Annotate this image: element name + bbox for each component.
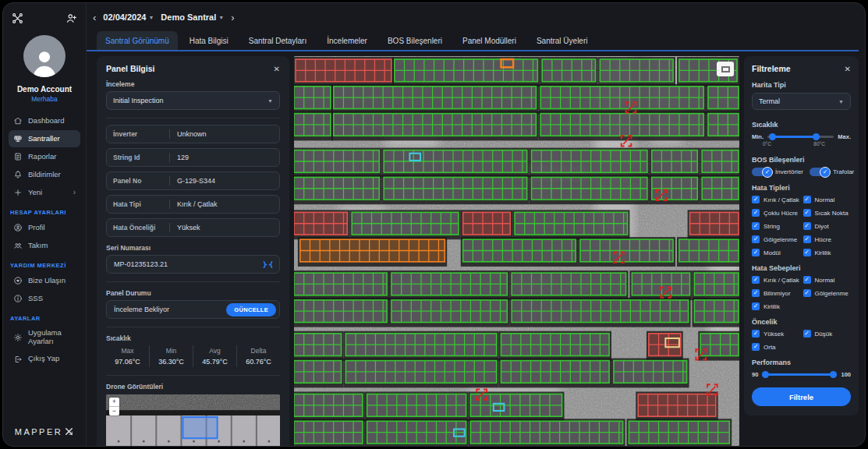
date-picker[interactable]: 02/04/2024▼ bbox=[103, 12, 154, 22]
checkbox-checked: ✓ bbox=[752, 343, 760, 351]
thermal-map[interactable] bbox=[294, 56, 739, 446]
serial-value: MP-01235123.21 bbox=[107, 260, 262, 268]
tab-7[interactable]: Santral Üyeleri bbox=[528, 31, 597, 50]
toggle-trafolar[interactable]: ✓Trafolar bbox=[810, 168, 854, 176]
checkbox-checked: ✓ bbox=[752, 330, 760, 338]
checkbox-item[interactable]: ✓Sıcak Nokta bbox=[803, 209, 852, 217]
perf-slider-handle-high[interactable] bbox=[830, 371, 837, 378]
close-icon[interactable]: ✕ bbox=[274, 65, 280, 73]
chevron-down-icon: ▼ bbox=[148, 15, 154, 20]
fullscreen-button[interactable] bbox=[717, 62, 734, 76]
temp-slider-ticks: 0°C 80°C bbox=[763, 141, 840, 148]
tab-1[interactable]: Santral Görünümü bbox=[97, 31, 178, 50]
checkbox-checked: ✓ bbox=[803, 196, 811, 203]
sidebar-item-santraller[interactable]: Santraller bbox=[9, 130, 80, 147]
sidebar-item-bildirimler[interactable]: Bildirimler bbox=[9, 166, 80, 183]
perf-slider-handle-low[interactable] bbox=[762, 371, 769, 378]
checkbox-item[interactable]: ✓Diyot bbox=[803, 222, 852, 230]
tab-5[interactable]: BOS Bileşenleri bbox=[379, 31, 451, 50]
checkbox-item[interactable]: ✓Normal bbox=[803, 196, 852, 203]
sidebar-item[interactable]: Takım bbox=[9, 237, 80, 254]
drone-thermal-image[interactable]: + − bbox=[106, 394, 280, 446]
avatar[interactable] bbox=[23, 35, 66, 77]
checkbox-item[interactable]: ✓Kirlilik bbox=[752, 302, 800, 310]
next-arrow[interactable]: › bbox=[231, 12, 234, 23]
checkbox-item[interactable]: ✓Kırık / Çatlak bbox=[752, 276, 800, 284]
sidebar-item[interactable]: Bize Ulaşın bbox=[9, 272, 80, 289]
temp-max-label: Max. bbox=[838, 133, 851, 140]
drone-logo-icon[interactable] bbox=[12, 12, 23, 24]
thumb-zoom-control[interactable]: + − bbox=[109, 398, 119, 415]
temp-slider-handle-high[interactable] bbox=[813, 133, 820, 140]
panel-fields: İnverterUnknownString Id129Panel NoG-129… bbox=[106, 125, 280, 237]
filter-button[interactable]: Filtrele bbox=[752, 387, 851, 406]
serial-label: Seri Numarası bbox=[106, 244, 280, 252]
sidebar-item[interactable]: Uygulama Ayarları bbox=[9, 325, 80, 350]
sidebar-item[interactable]: SSS bbox=[9, 290, 80, 307]
site-picker[interactable]: Demo Santral▼ bbox=[161, 12, 224, 22]
sidebar-item[interactable]: Profil bbox=[9, 219, 80, 236]
team-icon bbox=[13, 241, 23, 250]
chevron-down-icon: ▼ bbox=[267, 98, 273, 104]
inspection-select[interactable]: Initial Inspection ▼ bbox=[106, 91, 280, 110]
sidebar-item-dashboard[interactable]: Dashboard bbox=[9, 112, 80, 129]
temperature-stats: Max97.06°CMin36.30°CAvg45.79°CDelta60.76… bbox=[106, 345, 280, 367]
sidebar-item-yeni[interactable]: Yeni› bbox=[9, 184, 80, 201]
error-causes-label: Hata Sebepleri bbox=[752, 264, 851, 272]
dashboard-icon bbox=[13, 116, 23, 126]
tab-4[interactable]: İncelemeler bbox=[318, 31, 376, 50]
main-area: ‹ 02/04/2024▼ Demo Santral▼ › Santral Gö… bbox=[87, 3, 865, 446]
tab-2[interactable]: Hata Bilgisi bbox=[181, 31, 237, 50]
temp-stat: Min36.30°C bbox=[149, 345, 193, 367]
toggle-knob: ✓ bbox=[762, 167, 773, 178]
sidebar-item-raporlar[interactable]: Raporlar bbox=[9, 148, 80, 165]
panel-field-row: String Id129 bbox=[106, 148, 280, 167]
perf-min-value: 90 bbox=[752, 371, 758, 378]
checkbox-item[interactable]: ✓Çoklu Hücre bbox=[752, 209, 800, 217]
toggle-i̇nvertörler[interactable]: ✓İnvertörler bbox=[752, 168, 803, 176]
checkbox-item[interactable]: ✓Gölgelenme bbox=[803, 289, 852, 297]
performance-label: Performans bbox=[752, 359, 851, 366]
temperature-label: Sıcaklık bbox=[106, 334, 280, 342]
checkbox-item[interactable]: ✓Yüksek bbox=[752, 330, 800, 338]
update-button[interactable]: GÜNCELLE bbox=[226, 303, 276, 316]
priority-group: ✓Yüksek✓Düşük✓Orta bbox=[752, 330, 851, 351]
temp-stat: Delta60.76°C bbox=[236, 345, 280, 367]
checkbox-item[interactable]: ✓Modül bbox=[752, 249, 800, 256]
temperature-slider[interactable] bbox=[767, 133, 834, 140]
map-type-select[interactable]: Termal ▼ bbox=[752, 93, 851, 110]
checkbox-item[interactable]: ✓Kirlilik bbox=[803, 249, 852, 256]
checkbox-item[interactable]: ✓Düşük bbox=[803, 330, 852, 338]
map-type-label: Harita Tipi bbox=[752, 81, 851, 89]
checkbox-item[interactable]: ✓Gölgelenme bbox=[752, 235, 800, 243]
gear-icon bbox=[13, 333, 23, 342]
checkbox-item[interactable]: ✓Kırık / Çatlak bbox=[752, 196, 800, 203]
tab-3[interactable]: Santral Detayları bbox=[240, 31, 315, 50]
checkbox-item[interactable]: ✓Hücre bbox=[803, 235, 852, 243]
checkbox-item[interactable]: ✓String bbox=[752, 222, 800, 230]
zoom-out-button: − bbox=[109, 406, 119, 415]
checkbox-checked: ✓ bbox=[752, 196, 760, 203]
checkbox-checked: ✓ bbox=[803, 235, 811, 243]
performance-slider[interactable] bbox=[762, 370, 837, 378]
temp-slider-handle-low[interactable] bbox=[769, 133, 776, 140]
checkbox-item[interactable]: ✓Bilinmiyor bbox=[752, 289, 800, 297]
panel-info-title: Panel Bilgisi bbox=[106, 64, 154, 73]
chevron-down-icon: ▼ bbox=[838, 99, 844, 104]
bell-icon bbox=[13, 170, 23, 179]
user-add-icon[interactable] bbox=[66, 12, 77, 24]
drone-scan-icon[interactable] bbox=[262, 260, 274, 270]
close-icon[interactable]: ✕ bbox=[845, 65, 851, 73]
panel-field-row: Hata ÖnceliğiYüksek bbox=[106, 218, 280, 237]
checkbox-item[interactable]: ✓Orta bbox=[752, 343, 800, 351]
sidebar-item[interactable]: Çıkış Yap bbox=[9, 351, 80, 368]
report-icon bbox=[13, 152, 23, 161]
checkbox-item[interactable]: ✓Normal bbox=[803, 276, 852, 284]
tab-6[interactable]: Panel Modülleri bbox=[454, 31, 525, 50]
sidebar-section-title: AYARLAR bbox=[10, 315, 79, 322]
panel-field-row: İnverterUnknown bbox=[106, 125, 280, 143]
plant-icon bbox=[13, 134, 23, 143]
prev-arrow[interactable]: ‹ bbox=[93, 12, 96, 23]
checkbox-checked: ✓ bbox=[803, 209, 811, 217]
chevron-right-icon: › bbox=[73, 188, 76, 197]
